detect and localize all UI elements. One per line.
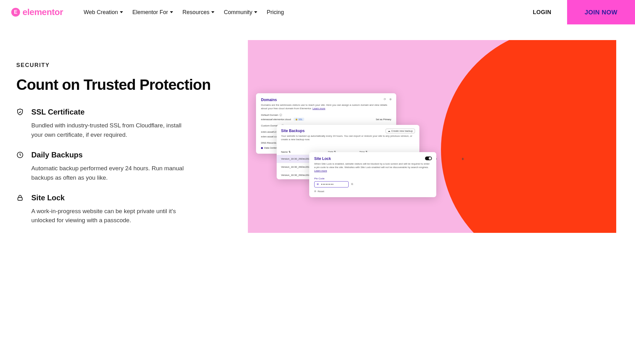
nav-community[interactable]: Community bbox=[224, 9, 257, 16]
feature-desc: A work-in-progress website can be kept p… bbox=[31, 207, 194, 225]
join-now-button[interactable]: JOIN NOW bbox=[567, 0, 635, 24]
feature-desc: Bundled with industry-trusted SSL from C… bbox=[31, 121, 194, 139]
panel-desc: Domains are the addresses visitors use t… bbox=[261, 103, 391, 110]
primary-nav: Web Creation Elementor For Resources Com… bbox=[84, 9, 284, 16]
feature-desc: Automatic backup performed every 24 hour… bbox=[31, 164, 194, 182]
section-headline: Count on Trusted Protection bbox=[16, 76, 229, 93]
section-eyebrow: SECURITY bbox=[16, 62, 229, 69]
learn-more-link[interactable]: Learn more bbox=[313, 107, 325, 110]
panel-title: Site Lock bbox=[314, 156, 431, 161]
lock-icon: 🔒 bbox=[295, 118, 298, 120]
feature-sitelock: Site Lock A work-in-progress website can… bbox=[16, 193, 229, 225]
panel-desc: Your website is backed up automatically … bbox=[281, 134, 415, 141]
reset-label: Reset bbox=[318, 190, 324, 193]
toggle-knob bbox=[429, 157, 431, 160]
button-label: Create new backup bbox=[391, 130, 413, 132]
default-domain-value: edenassaf.elementor.cloud bbox=[261, 118, 291, 121]
nav-elementor-for[interactable]: Elementor For bbox=[132, 9, 173, 16]
chevron-down-icon bbox=[211, 11, 214, 13]
main-content: SECURITY Count on Trusted Protection SSL… bbox=[0, 24, 635, 252]
header-right: LOGIN JOIN NOW bbox=[533, 0, 635, 24]
panel-title: Domains bbox=[261, 98, 391, 102]
ssl-badge: 🔒SSL bbox=[294, 118, 304, 121]
nav-label: Pricing bbox=[267, 9, 284, 16]
nav-label: Resources bbox=[182, 9, 209, 16]
logo-mark-icon: E bbox=[11, 8, 20, 17]
learn-more-link[interactable]: Learn more bbox=[314, 169, 327, 172]
feature-body: Site Lock A work-in-progress website can… bbox=[31, 193, 194, 225]
chevron-down-icon bbox=[120, 11, 123, 13]
nav-label: Elementor For bbox=[132, 9, 168, 16]
default-domain-row: edenassaf.elementor.cloud 🔒SSL Set as Pr… bbox=[261, 118, 391, 121]
site-lock-toggle[interactable] bbox=[425, 156, 432, 160]
eye-off-icon[interactable]: 👁 bbox=[316, 183, 319, 186]
brand-logo[interactable]: E elementor bbox=[11, 7, 63, 17]
copy-icon[interactable]: ⧉ bbox=[351, 182, 353, 186]
text-column: SECURITY Count on Trusted Protection SSL… bbox=[16, 40, 229, 236]
pin-row: 👁 •••••••• ⧉ bbox=[314, 181, 431, 187]
feature-title: SSL Certificate bbox=[31, 108, 194, 116]
status-dot-icon bbox=[261, 147, 263, 149]
panel-desc: When Site Lock is enabled, website visit… bbox=[314, 162, 431, 173]
label-text: Default Domain bbox=[261, 114, 278, 116]
refresh-icon[interactable]: ⟳ bbox=[384, 98, 386, 101]
feature-body: Daily Backups Automatic backup performed… bbox=[31, 151, 194, 182]
shield-icon bbox=[16, 108, 24, 116]
chevron-down-icon bbox=[254, 11, 257, 13]
nav-label: Web Creation bbox=[84, 9, 118, 16]
default-domain-label: Default Domainⓘ bbox=[261, 113, 391, 117]
add-icon[interactable]: ⊕ bbox=[389, 98, 392, 101]
info-icon: ⓘ bbox=[279, 113, 282, 117]
feature-title: Daily Backups bbox=[31, 151, 194, 159]
feature-title: Site Lock bbox=[31, 193, 194, 202]
pin-mask: •••••••• bbox=[321, 183, 334, 186]
nav-pricing[interactable]: Pricing bbox=[267, 9, 284, 16]
site-header: E elementor Web Creation Elementor For R… bbox=[0, 0, 635, 24]
ssl-text: SSL bbox=[299, 118, 303, 120]
col-label: Name bbox=[281, 151, 288, 153]
pin-code-input[interactable]: 👁 •••••••• bbox=[314, 181, 349, 187]
cloud-icon: ☁ bbox=[388, 130, 390, 132]
brand-name: elementor bbox=[23, 7, 63, 17]
panel-toolbar: ⟳ ⊕ bbox=[384, 98, 392, 101]
site-lock-panel: Site Lock When Site Lock is enabled, web… bbox=[309, 152, 436, 197]
feature-ssl: SSL Certificate Bundled with industry-tr… bbox=[16, 108, 229, 139]
feature-backups: Daily Backups Automatic backup performed… bbox=[16, 151, 229, 182]
reset-link[interactable]: ⟳Reset bbox=[314, 190, 431, 193]
login-link[interactable]: LOGIN bbox=[533, 9, 551, 16]
delete-icon[interactable]: 🗑 bbox=[462, 157, 474, 160]
decorative-circle bbox=[441, 40, 616, 233]
pin-code-label: Pin Code bbox=[314, 177, 431, 180]
lock-icon bbox=[16, 194, 24, 202]
nav-web-creation[interactable]: Web Creation bbox=[84, 9, 123, 16]
clock-icon bbox=[16, 151, 24, 159]
nav-label: Community bbox=[224, 9, 252, 16]
svg-rect-1 bbox=[18, 197, 22, 200]
nav-resources[interactable]: Resources bbox=[182, 9, 214, 16]
set-primary-link[interactable]: Set as Primary bbox=[376, 118, 391, 121]
feature-body: SSL Certificate Bundled with industry-tr… bbox=[31, 108, 194, 139]
panel-desc-text: When Site Lock is enabled, website visit… bbox=[314, 162, 430, 169]
create-backup-button[interactable]: ☁Create new backup bbox=[386, 129, 415, 133]
illustration-area: ⟳ ⊕ Domains Domains are the addresses vi… bbox=[248, 40, 616, 233]
label-text: DNS Records bbox=[261, 141, 276, 144]
chevron-down-icon bbox=[170, 11, 173, 13]
refresh-icon: ⟳ bbox=[314, 190, 316, 193]
